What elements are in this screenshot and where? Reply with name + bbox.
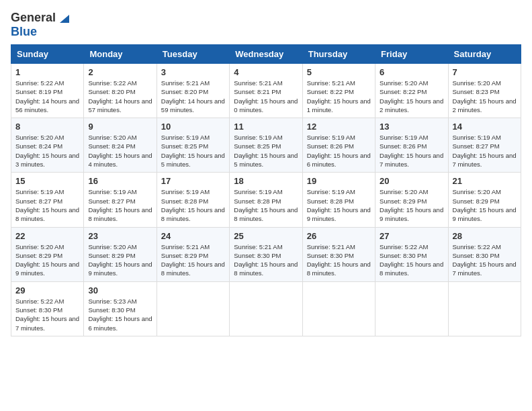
dow-thursday: Thursday — [302, 45, 375, 64]
dow-sunday: Sunday — [11, 45, 84, 64]
day-number: 13 — [380, 122, 443, 132]
day-detail: Sunrise: 5:20 AMSunset: 8:22 PMDaylight:… — [380, 79, 443, 114]
header: General Blue — [11, 11, 521, 39]
calendar-cell: 29Sunrise: 5:22 AMSunset: 8:30 PMDayligh… — [11, 281, 84, 336]
day-number: 5 — [307, 67, 371, 77]
calendar-cell: 24Sunrise: 5:21 AMSunset: 8:29 PMDayligh… — [157, 227, 229, 281]
calendar-cell: 13Sunrise: 5:19 AMSunset: 8:26 PMDayligh… — [375, 118, 448, 173]
day-number: 26 — [307, 231, 371, 241]
day-detail: Sunrise: 5:20 AMSunset: 8:24 PMDaylight:… — [88, 133, 152, 169]
day-number: 17 — [161, 176, 225, 186]
svg-marker-0 — [60, 15, 69, 23]
day-detail: Sunrise: 5:20 AMSunset: 8:29 PMDaylight:… — [453, 187, 517, 223]
day-detail: Sunrise: 5:23 AMSunset: 8:30 PMDaylight:… — [88, 297, 152, 332]
day-detail: Sunrise: 5:19 AMSunset: 8:28 PMDaylight:… — [234, 187, 298, 223]
calendar-cell — [230, 281, 302, 336]
calendar-cell — [448, 281, 521, 336]
calendar-cell: 30Sunrise: 5:23 AMSunset: 8:30 PMDayligh… — [84, 281, 157, 336]
day-detail: Sunrise: 5:22 AMSunset: 8:19 PMDaylight:… — [15, 79, 79, 114]
day-detail: Sunrise: 5:22 AMSunset: 8:30 PMDaylight:… — [453, 242, 517, 278]
week-row-2: 8Sunrise: 5:20 AMSunset: 8:24 PMDaylight… — [11, 118, 521, 173]
calendar-body: 1Sunrise: 5:22 AMSunset: 8:19 PMDaylight… — [11, 64, 521, 336]
day-detail: Sunrise: 5:20 AMSunset: 8:29 PMDaylight:… — [15, 242, 79, 278]
calendar-cell: 6Sunrise: 5:20 AMSunset: 8:22 PMDaylight… — [375, 64, 448, 118]
calendar-cell: 8Sunrise: 5:20 AMSunset: 8:24 PMDaylight… — [11, 118, 84, 173]
day-number: 23 — [88, 231, 152, 241]
day-number: 4 — [234, 67, 298, 77]
logo-triangle-icon — [57, 12, 69, 24]
days-of-week-header: SundayMondayTuesdayWednesdayThursdayFrid… — [11, 45, 521, 64]
calendar-cell: 18Sunrise: 5:19 AMSunset: 8:28 PMDayligh… — [230, 173, 302, 227]
day-detail: Sunrise: 5:22 AMSunset: 8:30 PMDaylight:… — [380, 242, 443, 278]
day-detail: Sunrise: 5:19 AMSunset: 8:26 PMDaylight:… — [380, 133, 443, 169]
day-number: 6 — [380, 67, 443, 77]
day-number: 7 — [453, 67, 517, 77]
day-number: 12 — [307, 122, 371, 132]
day-detail: Sunrise: 5:22 AMSunset: 8:20 PMDaylight:… — [88, 79, 152, 114]
logo-general-text: General — [11, 11, 56, 25]
day-number: 15 — [15, 176, 79, 186]
calendar-cell: 9Sunrise: 5:20 AMSunset: 8:24 PMDaylight… — [84, 118, 157, 173]
calendar-cell: 19Sunrise: 5:19 AMSunset: 8:28 PMDayligh… — [302, 173, 375, 227]
day-number: 21 — [453, 176, 517, 186]
day-detail: Sunrise: 5:19 AMSunset: 8:27 PMDaylight:… — [453, 133, 517, 169]
dow-saturday: Saturday — [448, 45, 521, 64]
day-number: 22 — [15, 231, 79, 241]
calendar-cell: 14Sunrise: 5:19 AMSunset: 8:27 PMDayligh… — [448, 118, 521, 173]
calendar-cell: 5Sunrise: 5:21 AMSunset: 8:22 PMDaylight… — [302, 64, 375, 118]
dow-monday: Monday — [84, 45, 157, 64]
calendar-cell: 27Sunrise: 5:22 AMSunset: 8:30 PMDayligh… — [375, 227, 448, 281]
dow-friday: Friday — [375, 45, 448, 64]
calendar-cell: 17Sunrise: 5:19 AMSunset: 8:28 PMDayligh… — [157, 173, 229, 227]
calendar-cell: 7Sunrise: 5:20 AMSunset: 8:23 PMDaylight… — [448, 64, 521, 118]
day-detail: Sunrise: 5:21 AMSunset: 8:20 PMDaylight:… — [161, 79, 225, 114]
day-detail: Sunrise: 5:22 AMSunset: 8:30 PMDaylight:… — [15, 297, 79, 332]
day-detail: Sunrise: 5:20 AMSunset: 8:29 PMDaylight:… — [380, 187, 443, 223]
day-number: 28 — [453, 231, 517, 241]
week-row-1: 1Sunrise: 5:22 AMSunset: 8:19 PMDaylight… — [11, 64, 521, 118]
day-detail: Sunrise: 5:20 AMSunset: 8:24 PMDaylight:… — [15, 133, 79, 169]
day-number: 11 — [234, 122, 298, 132]
day-detail: Sunrise: 5:21 AMSunset: 8:21 PMDaylight:… — [234, 79, 298, 114]
calendar-cell: 23Sunrise: 5:20 AMSunset: 8:29 PMDayligh… — [84, 227, 157, 281]
day-number: 2 — [88, 67, 152, 77]
day-detail: Sunrise: 5:19 AMSunset: 8:27 PMDaylight:… — [88, 187, 152, 223]
week-row-3: 15Sunrise: 5:19 AMSunset: 8:27 PMDayligh… — [11, 173, 521, 227]
calendar-cell: 12Sunrise: 5:19 AMSunset: 8:26 PMDayligh… — [302, 118, 375, 173]
day-number: 20 — [380, 176, 443, 186]
calendar-cell: 3Sunrise: 5:21 AMSunset: 8:20 PMDaylight… — [157, 64, 229, 118]
day-detail: Sunrise: 5:19 AMSunset: 8:28 PMDaylight:… — [161, 187, 225, 223]
day-number: 1 — [15, 67, 79, 77]
calendar-cell: 11Sunrise: 5:19 AMSunset: 8:25 PMDayligh… — [230, 118, 302, 173]
week-row-5: 29Sunrise: 5:22 AMSunset: 8:30 PMDayligh… — [11, 281, 521, 336]
logo: General Blue — [11, 11, 69, 39]
day-detail: Sunrise: 5:20 AMSunset: 8:29 PMDaylight:… — [88, 242, 152, 278]
calendar-cell: 15Sunrise: 5:19 AMSunset: 8:27 PMDayligh… — [11, 173, 84, 227]
calendar-cell: 22Sunrise: 5:20 AMSunset: 8:29 PMDayligh… — [11, 227, 84, 281]
calendar-cell: 26Sunrise: 5:21 AMSunset: 8:30 PMDayligh… — [302, 227, 375, 281]
day-detail: Sunrise: 5:19 AMSunset: 8:25 PMDaylight:… — [234, 133, 298, 169]
calendar-cell — [375, 281, 448, 336]
day-detail: Sunrise: 5:21 AMSunset: 8:29 PMDaylight:… — [161, 242, 225, 278]
day-number: 3 — [161, 67, 225, 77]
calendar-cell — [302, 281, 375, 336]
day-number: 16 — [88, 176, 152, 186]
calendar-cell: 1Sunrise: 5:22 AMSunset: 8:19 PMDaylight… — [11, 64, 84, 118]
dow-wednesday: Wednesday — [230, 45, 302, 64]
day-detail: Sunrise: 5:19 AMSunset: 8:28 PMDaylight:… — [307, 187, 371, 223]
day-number: 9 — [88, 122, 152, 132]
day-number: 29 — [15, 285, 79, 295]
dow-tuesday: Tuesday — [157, 45, 229, 64]
calendar-cell — [157, 281, 229, 336]
calendar-cell: 2Sunrise: 5:22 AMSunset: 8:20 PMDaylight… — [84, 64, 157, 118]
calendar-cell: 21Sunrise: 5:20 AMSunset: 8:29 PMDayligh… — [448, 173, 521, 227]
calendar-cell: 20Sunrise: 5:20 AMSunset: 8:29 PMDayligh… — [375, 173, 448, 227]
day-detail: Sunrise: 5:19 AMSunset: 8:25 PMDaylight:… — [161, 133, 225, 169]
calendar-cell: 16Sunrise: 5:19 AMSunset: 8:27 PMDayligh… — [84, 173, 157, 227]
calendar-cell: 28Sunrise: 5:22 AMSunset: 8:30 PMDayligh… — [448, 227, 521, 281]
week-row-4: 22Sunrise: 5:20 AMSunset: 8:29 PMDayligh… — [11, 227, 521, 281]
calendar: SundayMondayTuesdayWednesdayThursdayFrid… — [11, 44, 521, 336]
day-number: 14 — [453, 122, 517, 132]
day-number: 27 — [380, 231, 443, 241]
day-detail: Sunrise: 5:21 AMSunset: 8:22 PMDaylight:… — [307, 79, 371, 114]
